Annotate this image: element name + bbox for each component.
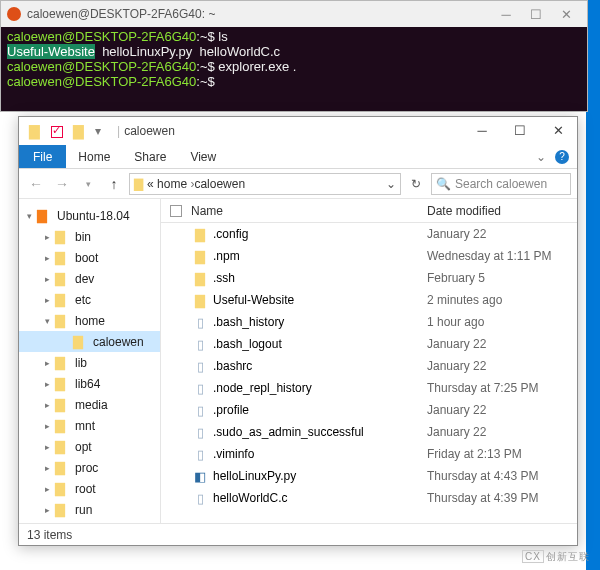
tree-item-dev[interactable]: ▸▇dev	[19, 268, 160, 289]
file-row[interactable]: ◧helloLinuxPy.pyThursday at 4:43 PM	[161, 465, 577, 487]
watermark: CX创新互联	[522, 550, 590, 564]
file-icon: ▯	[191, 491, 209, 506]
ribbon-view[interactable]: View	[178, 145, 228, 168]
ribbon-file[interactable]: File	[19, 145, 66, 168]
file-row[interactable]: ▯.viminfoFriday at 2:13 PM	[161, 443, 577, 465]
tree-item-lib[interactable]: ▸▇lib	[19, 352, 160, 373]
file-date: Thursday at 4:39 PM	[427, 491, 577, 505]
file-name: .config	[213, 227, 427, 241]
file-row[interactable]: ▇.configJanuary 22	[161, 223, 577, 245]
forward-button[interactable]: →	[51, 176, 73, 192]
explorer-window: ▇ ▇ ▾ | caloewen ─ ☐ ✕ File Home Share V…	[18, 116, 578, 546]
file-row[interactable]: ▯.sudo_as_admin_successfulJanuary 22	[161, 421, 577, 443]
tree-item-proc[interactable]: ▸▇proc	[19, 457, 160, 478]
chevron-right-icon[interactable]: ▸	[45, 463, 55, 473]
file-row[interactable]: ▯.profileJanuary 22	[161, 399, 577, 421]
close-button[interactable]: ✕	[551, 7, 581, 22]
file-row[interactable]: ▯.node_repl_historyThursday at 7:25 PM	[161, 377, 577, 399]
chevron-down-icon[interactable]: ▾	[27, 211, 37, 221]
folder-icon: ▇	[55, 439, 71, 454]
chevron-right-icon[interactable]: ▸	[45, 484, 55, 494]
chevron-right-icon[interactable]: ▸	[45, 421, 55, 431]
ribbon-expand-icon[interactable]: ⌄	[529, 145, 553, 168]
file-name: helloWorldC.c	[213, 491, 427, 505]
navigation-pane[interactable]: ▾ ▇ Ubuntu-18.04 ▸▇bin▸▇boot▸▇dev▸▇etc▾▇…	[19, 199, 161, 523]
file-name: .sudo_as_admin_successful	[213, 425, 427, 439]
file-row[interactable]: ▇Useful-Website2 minutes ago	[161, 289, 577, 311]
tree-label: root	[75, 482, 96, 496]
history-dropdown-icon[interactable]: ▾	[77, 179, 99, 189]
address-dropdown-icon[interactable]: ⌄	[386, 177, 396, 191]
chevron-right-icon[interactable]: ▸	[45, 379, 55, 389]
address-bar[interactable]: ▇ « home caloewen ⌄	[129, 173, 401, 195]
file-date: 1 hour ago	[427, 315, 577, 329]
terminal-body[interactable]: caloewen@DESKTOP-2FA6G40:~$ ls Useful-We…	[1, 27, 587, 111]
file-date: Friday at 2:13 PM	[427, 447, 577, 461]
tree-item-mnt[interactable]: ▸▇mnt	[19, 415, 160, 436]
pin-icon[interactable]	[51, 124, 65, 138]
folder-icon: ▇	[29, 123, 43, 139]
terminal-titlebar[interactable]: caloewen@DESKTOP-2FA6G40: ~ ─ ☐ ✕	[1, 1, 587, 27]
status-text: 13 items	[27, 528, 72, 542]
prompt-user: caloewen@DESKTOP-2FA6G40	[7, 59, 196, 74]
file-row[interactable]: ▇.sshFebruary 5	[161, 267, 577, 289]
tree-item-caloewen[interactable]: ▇caloewen	[19, 331, 160, 352]
search-input[interactable]: 🔍 Search caloewen	[431, 173, 571, 195]
chevron-right-icon[interactable]: ▸	[45, 505, 55, 515]
column-date[interactable]: Date modified	[427, 204, 577, 218]
folder-icon: ▇	[55, 397, 71, 412]
breadcrumb-segment[interactable]: home	[157, 177, 194, 191]
ribbon-share[interactable]: Share	[122, 145, 178, 168]
file-row[interactable]: ▯helloWorldC.cThursday at 4:39 PM	[161, 487, 577, 509]
tree-item-media[interactable]: ▸▇media	[19, 394, 160, 415]
back-button[interactable]: ←	[25, 176, 47, 192]
chevron-right-icon[interactable]: ▸	[45, 274, 55, 284]
file-list[interactable]: ▇.configJanuary 22▇.npmWednesday at 1:11…	[161, 223, 577, 523]
overflow-icon[interactable]: ▾	[95, 124, 109, 138]
up-button[interactable]: ↑	[103, 176, 125, 192]
file-row[interactable]: ▯.bash_logoutJanuary 22	[161, 333, 577, 355]
chevron-right-icon[interactable]: ▸	[45, 358, 55, 368]
help-icon[interactable]: ?	[555, 150, 569, 164]
chevron-right-icon[interactable]: ▸	[45, 253, 55, 263]
close-button[interactable]: ✕	[539, 117, 577, 145]
file-icon: ▯	[191, 337, 209, 352]
tree-item-lib64[interactable]: ▸▇lib64	[19, 373, 160, 394]
tree-item-run[interactable]: ▸▇run	[19, 499, 160, 520]
file-name: .ssh	[213, 271, 427, 285]
select-all-checkbox[interactable]	[161, 204, 191, 218]
chevron-right-icon[interactable]: ▾	[45, 316, 55, 326]
tree-item-root[interactable]: ▸▇root	[19, 478, 160, 499]
chevron-right-icon[interactable]: ▸	[45, 442, 55, 452]
folder-icon: ▇	[55, 502, 71, 517]
tree-item-boot[interactable]: ▸▇boot	[19, 247, 160, 268]
explorer-titlebar[interactable]: ▇ ▇ ▾ | caloewen ─ ☐ ✕	[19, 117, 577, 145]
chevron-right-icon[interactable]: ▸	[45, 232, 55, 242]
ubuntu-icon	[7, 7, 21, 21]
tree-item-home[interactable]: ▾▇home	[19, 310, 160, 331]
file-row[interactable]: ▯.bashrcJanuary 22	[161, 355, 577, 377]
folder-icon: ▇	[191, 271, 209, 286]
search-placeholder: Search caloewen	[455, 177, 547, 191]
minimize-button[interactable]: ─	[491, 7, 521, 22]
maximize-button[interactable]: ☐	[501, 117, 539, 145]
ribbon-home[interactable]: Home	[66, 145, 122, 168]
chevron-right-icon[interactable]: ▸	[45, 295, 55, 305]
tree-item-opt[interactable]: ▸▇opt	[19, 436, 160, 457]
minimize-button[interactable]: ─	[463, 117, 501, 145]
tree-item-etc[interactable]: ▸▇etc	[19, 289, 160, 310]
tree-item-bin[interactable]: ▸▇bin	[19, 226, 160, 247]
status-bar: 13 items	[19, 523, 577, 545]
address-prefix: «	[147, 177, 154, 191]
tree-root[interactable]: ▾ ▇ Ubuntu-18.04	[19, 205, 160, 226]
tree-label: bin	[75, 230, 91, 244]
column-name[interactable]: Name	[191, 204, 427, 218]
file-name: .bash_logout	[213, 337, 427, 351]
refresh-button[interactable]: ↻	[405, 177, 427, 191]
breadcrumb-segment[interactable]: caloewen	[194, 177, 245, 191]
chevron-right-icon[interactable]: ▸	[45, 400, 55, 410]
folder-icon: ▇	[134, 177, 143, 191]
file-row[interactable]: ▇.npmWednesday at 1:11 PM	[161, 245, 577, 267]
file-row[interactable]: ▯.bash_history1 hour ago	[161, 311, 577, 333]
maximize-button[interactable]: ☐	[521, 7, 551, 22]
